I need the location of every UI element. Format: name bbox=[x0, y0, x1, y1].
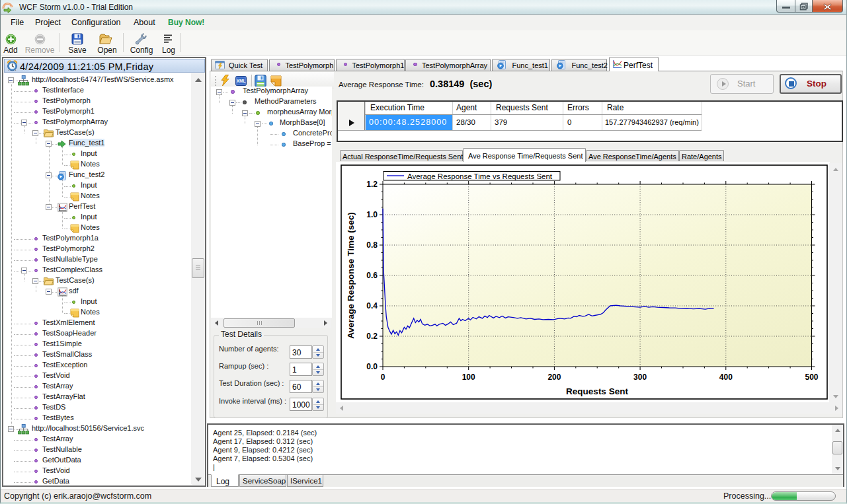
svg-text:0: 0 bbox=[381, 373, 385, 382]
svg-text:Requests Sent: Requests Sent bbox=[566, 386, 628, 396]
svg-text:100: 100 bbox=[462, 373, 475, 382]
svg-text:0.4: 0.4 bbox=[366, 301, 378, 310]
svg-text:400: 400 bbox=[719, 373, 733, 382]
svg-text:0.0: 0.0 bbox=[366, 362, 378, 371]
svg-text:1.0: 1.0 bbox=[366, 210, 378, 219]
svg-text:0.2: 0.2 bbox=[366, 332, 378, 341]
svg-text:1.2: 1.2 bbox=[366, 180, 378, 189]
svg-text:Average Response Time (sec): Average Response Time (sec) bbox=[346, 212, 356, 338]
svg-text:0.6: 0.6 bbox=[366, 271, 378, 280]
svg-text:XML: XML bbox=[237, 79, 246, 83]
svg-text:Average Response Time vs Reque: Average Response Time vs Requests Sent bbox=[407, 172, 553, 180]
svg-text:200: 200 bbox=[547, 373, 561, 382]
svg-text:300: 300 bbox=[633, 373, 647, 382]
svg-text:500: 500 bbox=[805, 373, 818, 382]
svg-text:0.8: 0.8 bbox=[366, 240, 378, 250]
